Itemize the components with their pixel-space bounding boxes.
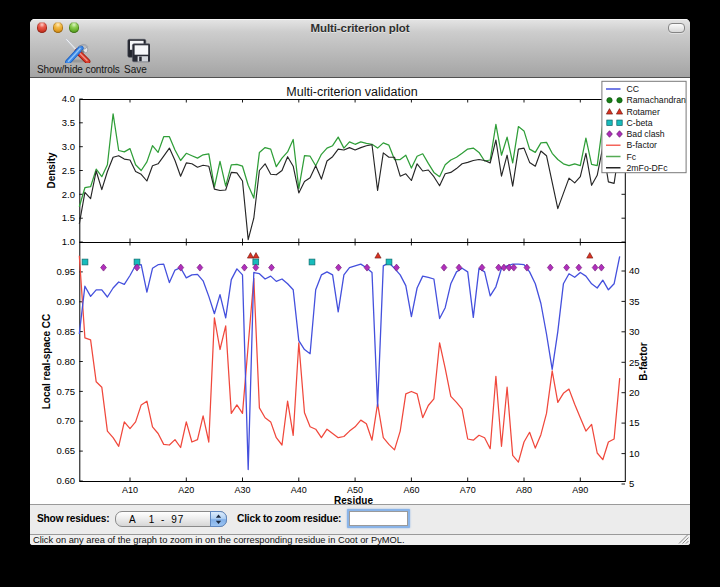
svg-text:A80: A80: [516, 485, 532, 495]
svg-text:Rotamer: Rotamer: [627, 107, 660, 117]
svg-text:3.0: 3.0: [62, 141, 75, 152]
svg-text:A20: A20: [178, 485, 194, 495]
svg-text:B-factor: B-factor: [638, 342, 649, 380]
svg-text:1.5: 1.5: [62, 212, 75, 223]
svg-text:0.70: 0.70: [57, 415, 76, 426]
svg-text:Ramachandran: Ramachandran: [627, 95, 687, 105]
svg-text:Bad clash: Bad clash: [627, 129, 665, 139]
svg-text:A90: A90: [572, 485, 588, 495]
svg-text:30: 30: [629, 326, 640, 337]
svg-text:A40: A40: [291, 485, 307, 495]
svg-text:A70: A70: [460, 485, 476, 495]
svg-text:3.5: 3.5: [62, 117, 75, 128]
svg-text:10: 10: [629, 448, 640, 459]
svg-text:35: 35: [629, 296, 640, 307]
svg-text:C-beta: C-beta: [627, 118, 653, 128]
svg-text:Fc: Fc: [627, 152, 637, 162]
svg-text:B-factor: B-factor: [627, 140, 658, 150]
svg-text:1.0: 1.0: [62, 236, 75, 247]
svg-text:40: 40: [629, 265, 640, 276]
svg-text:A30: A30: [234, 485, 250, 495]
svg-text:A50: A50: [347, 485, 363, 495]
svg-text:0.60: 0.60: [57, 475, 76, 486]
svg-text:20: 20: [629, 387, 640, 398]
svg-text:2.0: 2.0: [62, 189, 75, 200]
svg-text:2.5: 2.5: [62, 165, 75, 176]
svg-text:0.75: 0.75: [57, 386, 76, 397]
svg-text:0.80: 0.80: [57, 356, 76, 367]
svg-text:0.90: 0.90: [57, 296, 76, 307]
svg-text:0.65: 0.65: [57, 445, 76, 456]
svg-text:0.85: 0.85: [57, 326, 76, 337]
svg-text:2mFo-DFc: 2mFo-DFc: [627, 163, 669, 173]
svg-text:5: 5: [629, 478, 634, 489]
svg-text:4.0: 4.0: [62, 93, 75, 104]
svg-text:A60: A60: [403, 485, 419, 495]
svg-text:15: 15: [629, 417, 640, 428]
svg-text:Multi-criterion validation: Multi-criterion validation: [286, 85, 417, 99]
svg-text:Density: Density: [46, 152, 57, 189]
svg-text:Local real-space CC: Local real-space CC: [41, 314, 52, 410]
svg-text:0.95: 0.95: [57, 266, 76, 277]
svg-text:A10: A10: [122, 485, 138, 495]
svg-text:CC: CC: [627, 84, 640, 94]
